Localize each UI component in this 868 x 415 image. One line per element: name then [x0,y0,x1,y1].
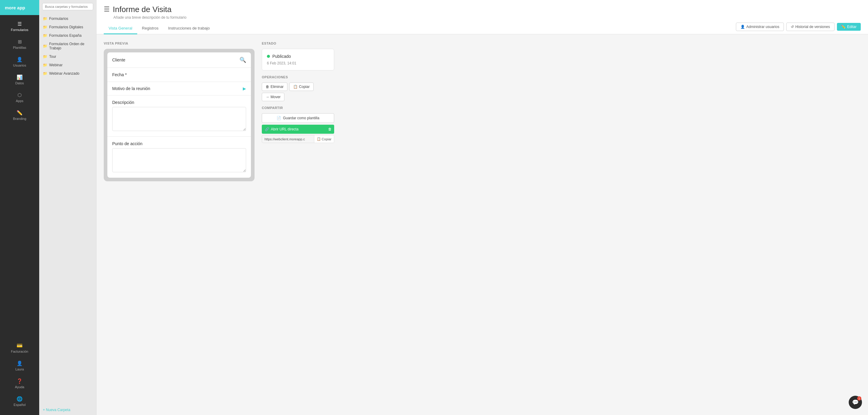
tab-vista-general[interactable]: Vista General [104,23,137,34]
plantillas-icon: ⊞ [18,39,22,44]
mover-button[interactable]: → Mover [262,93,284,101]
nav-label-usuarios: Usuarios [13,64,26,67]
folder-item-orden[interactable]: 📁 Formularios Orden de Trabajo [39,40,96,53]
folder-label: Tour [49,55,56,59]
url-copy-button[interactable]: 📋 Copiar [314,135,334,143]
folder-item-formularios[interactable]: 📁 Formularios [39,14,96,23]
sidebar-item-datos[interactable]: 📊 Datos [0,71,39,89]
sidebar-item-facturacion[interactable]: 💳 Facturación [0,339,39,357]
nav-label-datos: Datos [16,81,24,85]
eliminar-button[interactable]: 🗑 Eliminar [262,82,287,91]
nav-label-espanol: Español [13,403,26,407]
search-box [39,0,96,13]
nav-items: ☰ Formularios ⊞ Plantillas 👤 Usuarios 📊 … [0,15,39,339]
header-actions: 👤 Administrar usuarios ↺ Historial de ve… [736,23,861,34]
copy-icon: 📋 [317,137,321,141]
sidebar-item-ayuda[interactable]: ❓ Ayuda [0,375,39,392]
formularios-icon: ☰ [18,21,22,27]
new-folder-button[interactable]: + Nueva Carpeta [39,405,96,415]
edit-label: Editar [847,25,857,29]
mover-label: Mover [271,95,280,99]
users-icon: 👤 [740,25,745,29]
datos-icon: 📊 [17,74,23,80]
tab-registros[interactable]: Registros [137,23,163,34]
folder-icon: 📁 [43,16,48,21]
url-text: https://webclient.moreapp.c [262,136,314,143]
folder-item-webinar-avanzado[interactable]: 📁 Webinar Avanzado [39,69,96,78]
folder-item-webinar[interactable]: 📁 Webinar [39,61,96,69]
history-icon: ↺ [791,25,794,29]
field-label-cliente: Cliente [112,58,125,62]
folder-item-tour[interactable]: 📁 Tour [39,53,96,61]
manage-users-button[interactable]: 👤 Administrar usuarios [736,23,784,31]
abrir-url-label: Abrir URL directa [271,127,299,131]
share-section: COMPARTIR 📄 Guardar como plantilla 🔗 Abr… [262,106,334,143]
folder-label: Formularios [49,16,68,21]
preview-field-cliente: Cliente 🔍 [107,53,251,68]
preview-section-label: VISTA PREVIA [104,41,254,45]
tabs-row: Vista General Registros Instrucciones de… [104,23,861,34]
form-preview-inner: Cliente 🔍 Fecha * Motivo de la reunión ▶ [107,53,251,178]
sidebar-item-formularios[interactable]: ☰ Formularios [0,18,39,35]
facturacion-icon: 💳 [17,343,23,348]
laura-icon: 👤 [17,360,23,366]
folder-icon: 📁 [43,55,48,59]
folder-item-digitales[interactable]: 📁 Formularios Digitales [39,23,96,31]
sidebar-item-apps[interactable]: ⬡ Apps [0,89,39,106]
status-card: Publicado 6 Feb 2023, 14:01 [262,49,334,70]
folder-label: Webinar Avanzado [49,71,79,76]
guardar-plantilla-button[interactable]: 📄 Guardar como plantilla [262,113,334,123]
page-title: Informe de Visita [113,5,172,14]
folder-label: Formularios España [49,33,82,38]
preview-panel: VISTA PREVIA Cliente 🔍 Fecha * [104,41,254,408]
field-label-fecha: Fecha * [112,72,127,77]
folder-label: Formularios Digitales [49,25,83,29]
sidebar-item-laura[interactable]: 👤 Laura [0,357,39,375]
chat-bubble[interactable]: 💬 1 [849,396,862,409]
sidebar-item-branding[interactable]: ✏️ Branding [0,106,39,124]
chevron-right-icon: ▶ [243,86,246,91]
sidebar-item-usuarios[interactable]: 👤 Usuarios [0,53,39,71]
folder-icon: 📁 [43,63,48,67]
preview-field-row: Cliente 🔍 [112,57,246,63]
sidebar-item-plantillas[interactable]: ⊞ Plantillas [0,35,39,53]
nav-label-ayuda: Ayuda [15,385,25,389]
apps-icon: ⬡ [18,92,22,98]
nav-label-formularios: Formularios [11,28,28,32]
preview-field-motivo: Motivo de la reunión ▶ [107,82,251,96]
espanol-icon: 🌐 [17,396,23,402]
descripcion-textarea[interactable] [112,107,246,131]
folder-icon: 📁 [43,71,48,76]
edit-icon: ✏️ [841,25,846,29]
version-history-button[interactable]: ↺ Historial de versiones [786,23,835,31]
nav-label-laura: Laura [16,368,24,371]
tab-instrucciones[interactable]: Instrucciones de trabajo [163,23,214,34]
form-document-icon: ☰ [104,5,110,13]
logo: more app [5,5,25,10]
delete-url-icon: 🗑 [328,127,332,131]
status-dot [267,55,270,58]
chat-badge: 1 [857,396,861,401]
field-label-punto: Punto de acción [112,141,142,146]
status-date: 6 Feb 2023, 14:01 [267,61,329,65]
sidebar-item-espanol[interactable]: 🌐 Español [0,392,39,410]
operations-buttons: 🗑 Eliminar 📋 Copiar → Mover [262,82,334,101]
edit-button[interactable]: ✏️ Editar [837,23,861,31]
trash-icon: 🗑 [266,84,269,89]
status-row: Publicado [267,54,329,59]
estado-section-label: ESTADO [262,41,334,45]
copy-label: Copiar [322,137,332,141]
folder-item-espana[interactable]: 📁 Formularios España [39,31,96,40]
page-header: ☰ Informe de Visita Añade una breve desc… [96,0,868,34]
guardar-label: Guardar como plantilla [283,116,319,120]
body-area: VISTA PREVIA Cliente 🔍 Fecha * [96,34,868,415]
move-icon: → [266,95,269,99]
copiar-button[interactable]: 📋 Copiar [289,82,313,91]
preview-field-row: Motivo de la reunión ▶ [112,86,246,91]
url-display-row: https://webclient.moreapp.c 📋 Copiar [262,135,334,143]
form-subtitle: Añade una breve descripción de tu formul… [114,15,861,20]
abrir-url-button[interactable]: 🔗 Abrir URL directa [262,125,326,134]
search-input[interactable] [42,3,93,10]
url-delete-button[interactable]: 🗑 [326,125,334,134]
punto-textarea[interactable] [112,148,246,172]
